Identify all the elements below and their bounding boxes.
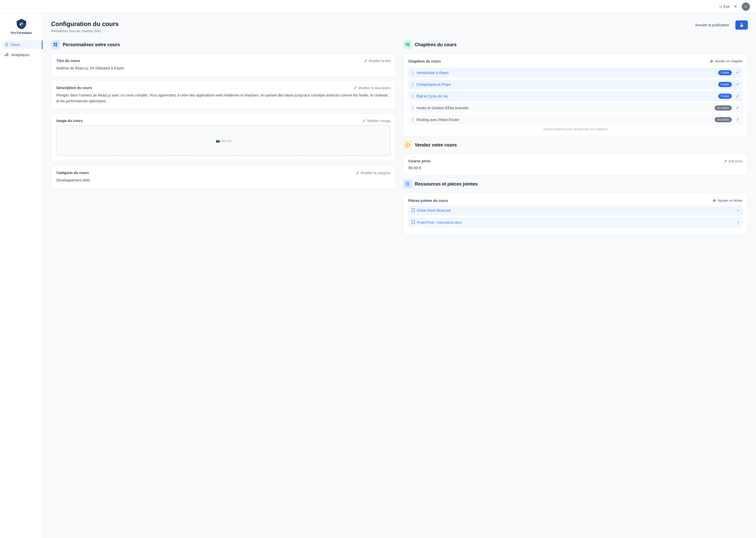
chapter-name: Introduction à React [416,71,716,75]
chapter-item: ⣿Composants et PropsPublié [408,80,742,89]
drag-hint: Glissez-déposez pour réorganiser les cha… [408,127,742,131]
price-icon: $ [403,140,412,149]
chapter-edit-button[interactable] [736,71,739,75]
svg-point-0 [21,26,22,27]
title-card-header: Titre du cours Modifier le titre [56,59,391,63]
course-title-value: Maîtrise de React.js: De Débutant à Expe… [56,65,391,71]
page-title: Configuration du cours [51,21,118,27]
personalize-icon [51,40,60,49]
chapters-section-header: Chapitres du cours [403,40,748,49]
chapter-item: ⣿Routing avec React RouterBrouillon [408,115,742,125]
modify-title-label: Modifier le titre [369,59,391,63]
modify-image-button[interactable]: Modifier l'image [362,119,391,123]
title-label: Titre du cours [56,59,80,63]
chapter-status-badge: Publié [718,94,732,99]
sidebar: Pro Formation ☰ Cours Analytiques [0,13,43,538]
file-item: Projet Final - Instructions.docx× [408,217,742,227]
modify-desc-button[interactable]: Modifier la description [354,86,391,90]
drag-handle[interactable]: ⣿ [411,71,414,75]
image-label: Image du cours [56,119,83,123]
sidebar-logo: Pro Formation [0,16,43,40]
pencil-icon-title [364,59,367,63]
chapters-section-title: Chapitres du cours [415,42,456,47]
svg-rect-1 [5,55,6,56]
resources-section-header: Ressources et pièces jointes [403,180,748,188]
pencil-icon-image [362,119,366,123]
chapter-edit-button[interactable] [736,82,739,87]
resources-section-title: Ressources et pièces jointes [415,182,478,187]
file-icon [411,220,415,225]
page-subtitle: Remplissez tous les champs (6/6) [51,29,118,33]
exit-button[interactable]: ↪ Exit [719,5,730,9]
svg-rect-7 [56,45,57,46]
sidebar-label-cours: Cours [11,43,20,47]
cancel-publish-button[interactable]: Annuler la publication [692,21,732,29]
resources-card-header: Pièces jointes du cours ⊕ Ajouter un fic… [408,198,742,203]
file-remove-button[interactable]: × [737,221,739,225]
desc-label: Description du cours [56,86,92,90]
drag-handle[interactable]: ⣿ [411,106,414,110]
chapters-card: Chapitres du cours ⊕ Ajouter un chapitre… [403,53,748,136]
price-section-header: $ Vendez votre cours [403,140,748,149]
chapters-card-label: Chapitres du cours [408,59,441,63]
pencil-icon-cat [356,171,359,175]
main-content: Configuration du cours Remplissez tous l… [43,13,756,538]
price-card: Course price Edit price 89,99 € [403,154,748,175]
add-chapter-button[interactable]: ⊕ Ajouter un chapitre [710,59,742,64]
files-list: Cheat Sheet React.pdf×Projet Final - Ins… [408,205,742,227]
chapter-edit-button[interactable] [736,118,739,122]
exit-icon: ↪ [719,5,722,9]
resources-icon [403,180,412,188]
sidebar-item-cours[interactable]: ☰ Cours [2,40,43,49]
chapter-item: ⣿État et Cycle de ViePublié [408,91,742,101]
user-avatar[interactable]: U [742,3,750,11]
drag-handle[interactable]: ⣿ [411,94,414,98]
chapters-card-header: Chapitres du cours ⊕ Ajouter un chapitre [408,59,742,64]
chapter-status-badge: Publié [718,82,732,87]
edit-price-label: Edit price [729,159,742,163]
cours-icon: ☰ [5,42,8,47]
modify-category-button[interactable]: Modifier la catégorie [356,171,391,175]
file-icon [411,208,415,213]
page-title-block: Configuration du cours Remplissez tous l… [51,21,118,33]
title-card: Titre du cours Modifier le titre Maîtris… [51,53,396,76]
add-file-label: Ajouter un fichier [718,198,742,202]
sidebar-item-analytiques[interactable]: Analytiques [2,50,41,60]
modify-title-button[interactable]: Modifier le titre [364,59,391,63]
chapter-status-badge: Brouillon [715,117,732,122]
image-card-header: Image du cours Modifier l'image [56,119,391,123]
price-value: 89,99 € [408,166,742,170]
price-section-title: Vendez votre cours [415,142,457,148]
theme-toggle[interactable]: ☀ [733,4,738,10]
category-card: Catégorie du cours Modifier la catégorie… [51,165,396,188]
pencil-icon-desc [354,86,357,89]
logo-icon [16,18,27,29]
chapter-name: Hooks et Gestion d'État Avancée [416,106,712,110]
main-layout: Pro Formation ☰ Cours Analytiques Config… [0,13,756,538]
cat-label: Catégorie du cours [56,171,89,175]
page-header: Configuration du cours Remplissez tous l… [51,21,748,33]
left-column: Personnalisez votre cours Titre du cours… [51,40,396,239]
desc-card-header: Description du cours Modifier la descrip… [56,86,391,90]
drag-handle[interactable]: ⣿ [411,82,414,86]
add-file-icon: ⊕ [713,198,716,203]
chapter-edit-button[interactable] [736,106,739,110]
chapter-edit-button[interactable] [736,94,739,98]
file-remove-button[interactable]: × [737,208,739,213]
drag-handle[interactable]: ⣿ [411,118,414,122]
pencil-icon-price [724,159,727,163]
add-chapter-icon: ⊕ [710,59,713,64]
price-label: Course price [408,159,430,163]
publish-button[interactable]: 💾 [735,21,748,29]
exit-label: Exit [724,5,730,9]
save-icon: 💾 [739,23,744,27]
svg-rect-2 [6,54,7,56]
course-desc-value: Plongez dans l'univers de React.js avec … [56,92,391,104]
chapter-item: ⣿Hooks et Gestion d'État AvancéeBrouillo… [408,103,742,113]
edit-price-button[interactable]: Edit price [724,159,742,163]
add-file-button[interactable]: ⊕ Ajouter un fichier [713,198,742,203]
chapter-status-badge: Publié [718,70,732,75]
modify-image-label: Modifier l'image [367,119,391,123]
image-upload-area[interactable]: 📷 Upload [56,125,391,156]
cat-card-header: Catégorie du cours Modifier la catégorie [56,171,391,175]
